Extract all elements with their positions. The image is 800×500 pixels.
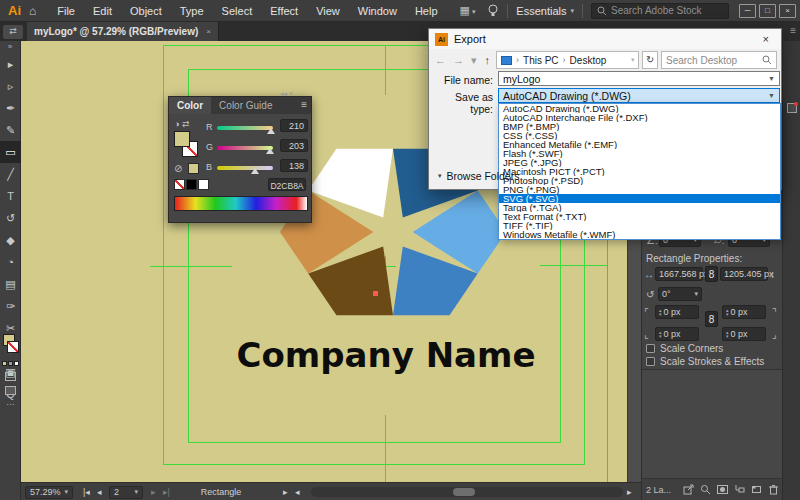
- menu-item[interactable]: Edit: [84, 5, 121, 17]
- fill-swatch[interactable]: [174, 131, 190, 147]
- file-type-option[interactable]: Text Format (*.TXT): [499, 212, 780, 221]
- type-tool[interactable]: T: [0, 185, 21, 207]
- file-type-option[interactable]: CSS (*.CSS): [499, 131, 780, 140]
- color-mode-swatch[interactable]: [2, 361, 7, 366]
- none-swatch[interactable]: [174, 179, 185, 190]
- locate-object-icon[interactable]: [700, 484, 711, 495]
- chevron-down-icon[interactable]: ▼: [764, 75, 779, 82]
- shape-builder-tool[interactable]: ◔: [0, 251, 21, 273]
- file-type-option[interactable]: Macintosh PICT (*.PCT): [499, 167, 780, 176]
- stock-search-input[interactable]: [611, 5, 723, 16]
- status-expand-icon[interactable]: ▸: [283, 483, 288, 500]
- up-icon[interactable]: ↑: [482, 54, 494, 66]
- breadcrumb-desktop[interactable]: Desktop: [570, 55, 607, 66]
- menu-item[interactable]: Help: [406, 5, 447, 17]
- collapsed-panel-icon[interactable]: [787, 103, 797, 113]
- channel-slider-track[interactable]: [217, 146, 273, 150]
- corner-radius-field[interactable]: ▴▾0 px: [722, 327, 766, 341]
- hex-value-field[interactable]: D2CB8A: [268, 178, 306, 191]
- direct-selection-tool[interactable]: ▹: [0, 75, 21, 97]
- stock-search-box[interactable]: [591, 3, 729, 19]
- new-sublayer-icon[interactable]: [734, 484, 745, 495]
- address-bar[interactable]: › This PC › Desktop ▾: [496, 51, 639, 69]
- tab-color-guide[interactable]: Color Guide: [211, 97, 280, 114]
- menu-item[interactable]: File: [48, 5, 84, 17]
- menu-item[interactable]: Effect: [261, 5, 307, 17]
- panel-menu-icon[interactable]: ≡: [301, 99, 307, 110]
- link-dimensions-icon[interactable]: 8: [705, 266, 718, 282]
- recent-locations-icon[interactable]: ▾: [469, 54, 479, 67]
- color-spectrum-bar[interactable]: [174, 196, 308, 211]
- back-icon[interactable]: ←: [433, 54, 448, 66]
- anchor-point[interactable]: [373, 291, 378, 296]
- channel-value-field[interactable]: 138: [280, 159, 308, 172]
- menu-item[interactable]: Object: [121, 5, 171, 17]
- prev-artboard-icon[interactable]: ◂: [97, 483, 102, 500]
- menu-item[interactable]: View: [307, 5, 349, 17]
- chevron-down-icon[interactable]: ▼: [764, 92, 779, 99]
- scale-corners-checkbox[interactable]: Scale Corners: [646, 343, 723, 354]
- none-mode-swatch[interactable]: [14, 361, 19, 366]
- file-type-option[interactable]: Enhanced Metafile (*.EMF): [499, 140, 780, 149]
- rotation-field[interactable]: 0°▾: [658, 287, 702, 301]
- paintbrush-tool[interactable]: ✎: [0, 119, 21, 141]
- pen-tool[interactable]: ✒: [0, 97, 21, 119]
- file-type-option[interactable]: Windows Metafile (*.WMF): [499, 230, 780, 239]
- last-color-swatch[interactable]: [188, 163, 199, 174]
- zoom-level-dropdown[interactable]: 57.29%▾: [25, 486, 73, 499]
- refresh-icon[interactable]: ↻: [642, 51, 658, 69]
- toolbar-collapse-icon[interactable]: »: [0, 41, 20, 53]
- stroke-color-swatch[interactable]: [7, 341, 19, 353]
- menu-item[interactable]: Select: [213, 5, 262, 17]
- save-as-type-combobox[interactable]: AutoCAD Drawing (*.DWG) ▼: [498, 88, 780, 103]
- channel-value-field[interactable]: 203: [280, 139, 308, 152]
- height-field[interactable]: 1205.405 px: [720, 267, 768, 281]
- dialog-close-icon[interactable]: ×: [757, 33, 775, 45]
- gradient-mode-swatch[interactable]: [8, 361, 13, 366]
- workspace-switcher[interactable]: Essentials▾: [516, 5, 574, 17]
- channel-slider-handle[interactable]: [266, 148, 274, 154]
- file-type-option[interactable]: BMP (*.BMP): [499, 122, 780, 131]
- draw-mode-icon[interactable]: [5, 372, 16, 381]
- line-segment-tool[interactable]: ╱: [0, 163, 21, 185]
- black-swatch[interactable]: [186, 179, 197, 190]
- screen-mode-icon[interactable]: [5, 386, 16, 395]
- file-type-option[interactable]: AutoCAD Drawing (*.DWG): [499, 104, 780, 113]
- close-button[interactable]: ×: [779, 4, 796, 18]
- width-field[interactable]: 1667.568 px: [655, 267, 703, 281]
- layers-panel-body[interactable]: [642, 370, 783, 478]
- last-artboard-icon[interactable]: ▸|: [163, 483, 170, 500]
- panel-menu-icon[interactable]: ≡: [790, 25, 796, 36]
- horizontal-scrollbar-thumb[interactable]: [453, 488, 475, 496]
- collect-for-export-icon[interactable]: [683, 484, 694, 495]
- channel-slider-track[interactable]: [217, 166, 273, 170]
- corner-radius-field[interactable]: ▴▾0 px: [655, 305, 699, 319]
- tab-color[interactable]: Color: [169, 97, 211, 114]
- tab-close-icon[interactable]: ×: [206, 27, 211, 36]
- none-icon[interactable]: ⊘: [174, 163, 182, 174]
- file-type-option[interactable]: TIFF (*.TIF): [499, 221, 780, 230]
- browse-folders-toggle[interactable]: ▾ Browse Folders: [438, 170, 519, 182]
- corner-radius-field[interactable]: ▴▾0 px: [722, 305, 766, 319]
- file-type-option[interactable]: AutoCAD Interchange File (*.DXF): [499, 113, 780, 122]
- first-artboard-icon[interactable]: |◂: [83, 483, 90, 500]
- rotate-tool[interactable]: ↺: [0, 207, 21, 229]
- file-type-option[interactable]: PNG (*.PNG): [499, 185, 780, 194]
- delete-layer-icon[interactable]: [768, 484, 779, 495]
- gradient-tool[interactable]: ▤: [0, 273, 21, 295]
- channel-slider-handle[interactable]: [267, 128, 275, 134]
- dialog-search-box[interactable]: [661, 51, 777, 69]
- breadcrumb-this-pc[interactable]: This PC: [523, 55, 559, 66]
- document-tab[interactable]: myLogo* @ 57.29% (RGB/Preview) ×: [27, 22, 219, 41]
- checkbox-icon[interactable]: [646, 357, 655, 366]
- rectangle-tool[interactable]: ▭: [0, 141, 21, 163]
- whats-new-bulb-icon[interactable]: [487, 4, 499, 18]
- arrange-documents-icon[interactable]: ⇄: [3, 25, 23, 39]
- white-swatch[interactable]: [198, 179, 209, 190]
- file-type-option[interactable]: SVG (*.SVG): [499, 194, 780, 203]
- file-name-input[interactable]: [499, 73, 764, 85]
- status-collapse-icon[interactable]: ◂: [295, 483, 300, 500]
- channel-slider-handle[interactable]: [251, 168, 259, 174]
- new-layer-icon[interactable]: [751, 484, 762, 495]
- next-artboard-icon[interactable]: ▸: [151, 483, 156, 500]
